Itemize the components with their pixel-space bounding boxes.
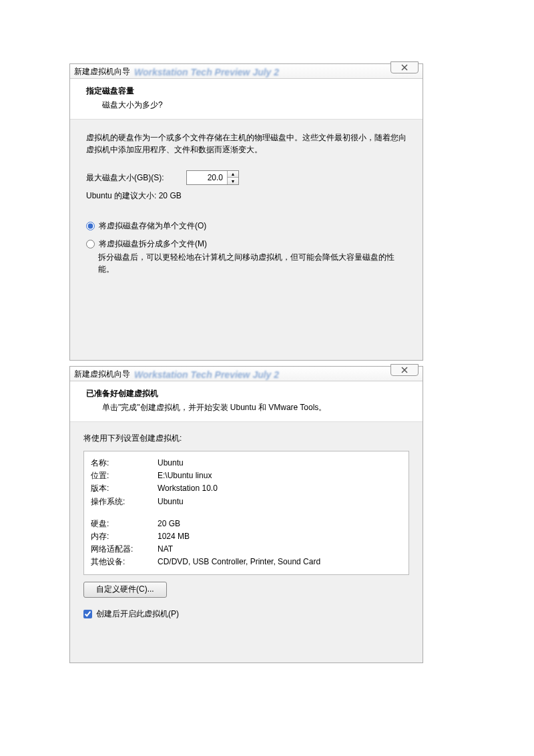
summary-intro-text: 将使用下列设置创建虚拟机: xyxy=(83,433,409,444)
summary-label: 硬盘: xyxy=(91,518,158,530)
customize-hardware-button[interactable]: 自定义硬件(C)... xyxy=(83,582,167,598)
power-on-checkbox[interactable] xyxy=(83,610,92,618)
split-help-text: 拆分磁盘后，可以更轻松地在计算机之间移动虚拟机，但可能会降低大容量磁盘的性能。 xyxy=(98,251,407,275)
summary-row-name: 名称: Ubuntu xyxy=(91,457,402,469)
header-subtitle: 磁盘大小为多少? xyxy=(102,100,413,111)
window-title: 新建虚拟机向导 xyxy=(74,66,130,77)
background-app-title: Workstation Tech Preview July 2 xyxy=(134,369,419,380)
body-panel: 虚拟机的硬盘作为一个或多个文件存储在主机的物理磁盘中。这些文件最初很小，随着您向… xyxy=(70,120,423,360)
wizard-disk-capacity-dialog: 新建虚拟机向导 Workstation Tech Preview July 2 … xyxy=(69,63,423,361)
max-disk-size-input[interactable] xyxy=(187,171,227,184)
summary-row-disk: 硬盘: 20 GB xyxy=(91,518,402,530)
summary-row-network: 网络适配器: NAT xyxy=(91,543,402,556)
radio-split-file-row: 将虚拟磁盘拆分成多个文件(M) xyxy=(86,238,407,250)
close-button[interactable] xyxy=(390,61,419,73)
spinner-down-button[interactable]: ▼ xyxy=(228,178,238,184)
power-on-checkbox-label[interactable]: 创建后开启此虚拟机(P) xyxy=(96,608,179,620)
power-on-after-create-row: 创建后开启此虚拟机(P) xyxy=(83,608,409,620)
background-app-title: Workstation Tech Preview July 2 xyxy=(134,67,419,77)
radio-split-file[interactable] xyxy=(86,240,95,248)
body-panel: 将使用下列设置创建虚拟机: 名称: Ubuntu 位置: E:\Ubuntu l… xyxy=(70,422,423,663)
summary-label: 名称: xyxy=(91,457,158,469)
max-disk-size-row: 最大磁盘大小(GB)(S): ▲ ▼ xyxy=(86,170,407,185)
summary-value: Workstation 10.0 xyxy=(158,482,218,495)
close-button[interactable] xyxy=(390,364,419,376)
summary-box: 名称: Ubuntu 位置: E:\Ubuntu linux 版本: Works… xyxy=(83,451,409,575)
summary-label: 其他设备: xyxy=(91,556,158,568)
max-disk-size-label: 最大磁盘大小(GB)(S): xyxy=(86,172,173,184)
summary-label: 版本: xyxy=(91,482,158,495)
header-panel: 指定磁盘容量 磁盘大小为多少? xyxy=(70,79,423,120)
summary-row-version: 版本: Workstation 10.0 xyxy=(91,482,402,495)
close-icon xyxy=(401,367,408,373)
summary-value: Ubuntu xyxy=(158,496,184,508)
max-disk-size-spinner[interactable]: ▲ ▼ xyxy=(186,170,239,185)
description-text: 虚拟机的硬盘作为一个或多个文件存储在主机的物理磁盘中。这些文件最初很小，随着您向… xyxy=(86,132,407,156)
summary-row-memory: 内存: 1024 MB xyxy=(91,530,402,543)
summary-value: NAT xyxy=(158,543,173,556)
wizard-ready-dialog: 新建虚拟机向导 Workstation Tech Preview July 2 … xyxy=(69,366,423,663)
summary-label: 位置: xyxy=(91,469,158,482)
summary-value: E:\Ubuntu linux xyxy=(158,469,212,482)
summary-value: 20 GB xyxy=(158,518,180,530)
header-subtitle: 单击"完成"创建虚拟机，并开始安装 Ubuntu 和 VMware Tools。 xyxy=(102,402,413,413)
summary-value: 1024 MB xyxy=(158,530,190,543)
header-title: 指定磁盘容量 xyxy=(86,85,413,97)
summary-label: 网络适配器: xyxy=(91,543,158,556)
window-title: 新建虚拟机向导 xyxy=(74,369,130,380)
spinner-up-button[interactable]: ▲ xyxy=(228,171,238,178)
title-bar: 新建虚拟机向导 Workstation Tech Preview July 2 xyxy=(70,64,423,79)
summary-value: CD/DVD, USB Controller, Printer, Sound C… xyxy=(158,556,320,568)
header-panel: 已准备好创建虚拟机 单击"完成"创建虚拟机，并开始安装 Ubuntu 和 VMw… xyxy=(70,381,423,422)
close-icon xyxy=(401,64,408,71)
summary-value: Ubuntu xyxy=(158,457,184,469)
recommended-size-text: Ubuntu 的建议大小: 20 GB xyxy=(86,190,407,202)
header-title: 已准备好创建虚拟机 xyxy=(86,388,413,399)
summary-label: 操作系统: xyxy=(91,496,158,508)
summary-row-os: 操作系统: Ubuntu xyxy=(91,496,402,508)
radio-single-file[interactable] xyxy=(86,222,95,230)
summary-row-location: 位置: E:\Ubuntu linux xyxy=(91,469,402,482)
radio-single-file-row: 将虚拟磁盘存储为单个文件(O) xyxy=(86,220,407,232)
summary-label: 内存: xyxy=(91,530,158,543)
title-bar: 新建虚拟机向导 Workstation Tech Preview July 2 xyxy=(70,367,423,381)
radio-split-file-label[interactable]: 将虚拟磁盘拆分成多个文件(M) xyxy=(99,238,207,250)
radio-single-file-label[interactable]: 将虚拟磁盘存储为单个文件(O) xyxy=(99,220,206,232)
summary-row-other: 其他设备: CD/DVD, USB Controller, Printer, S… xyxy=(91,556,402,568)
